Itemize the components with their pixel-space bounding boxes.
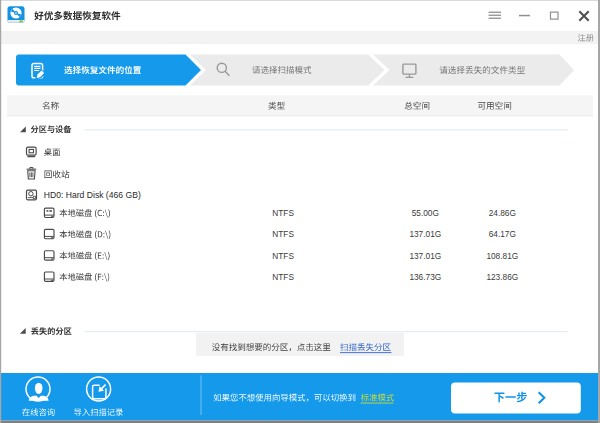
svg-text:108.81G: 108.81G: [486, 251, 518, 261]
svg-text:NTFS: NTFS: [272, 208, 294, 218]
svg-text:24.86G: 24.86G: [489, 208, 516, 218]
svg-text:NTFS: NTFS: [272, 251, 294, 261]
svg-text:136.73G: 136.73G: [409, 272, 441, 282]
svg-text:55.00G: 55.00G: [412, 208, 439, 218]
svg-text:137.01G: 137.01G: [409, 251, 441, 261]
svg-text:HD0: Hard Disk (466 GB): HD0: Hard Disk (466 GB): [44, 190, 141, 200]
svg-text:64.17G: 64.17G: [489, 229, 516, 239]
svg-text:137.01G: 137.01G: [409, 229, 441, 239]
svg-text:NTFS: NTFS: [272, 229, 294, 239]
svg-text:123.86G: 123.86G: [486, 272, 518, 282]
svg-text:NTFS: NTFS: [272, 272, 294, 282]
